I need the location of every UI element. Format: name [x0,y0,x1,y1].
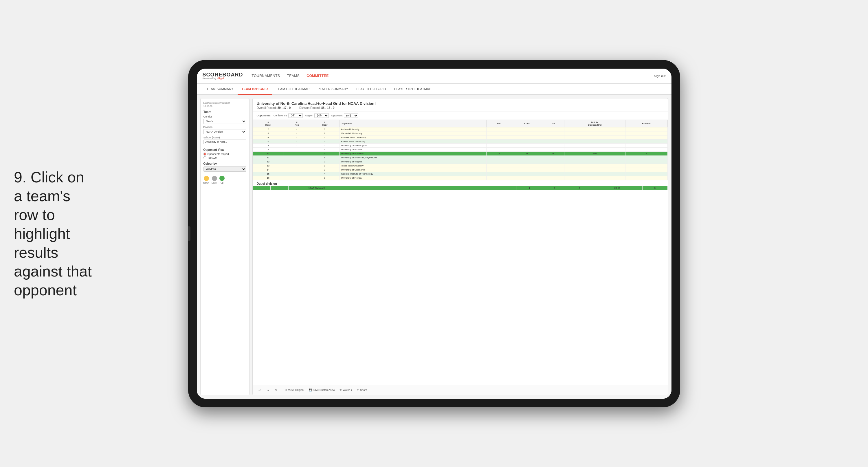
table-row[interactable]: 16-1University of Florida [253,176,668,180]
cell-rounds [625,168,668,172]
view-icon: 👁 [285,388,287,391]
division-select[interactable]: NCAA Division I [204,129,246,134]
cell-rank: 13 [253,164,284,168]
region-select[interactable]: (All) [314,113,329,118]
history-button[interactable]: ⊙ [273,388,279,392]
table-row[interactable]: 3-2Vanderbilt University [253,131,668,135]
tab-player-summary[interactable]: PLAYER SUMMARY [313,84,352,95]
cell-conf: 6 [310,155,340,159]
cell-diff [564,155,625,159]
table-row[interactable]: 4-1Arizona State University [253,135,668,139]
bottom-toolbar: ↩ ↪ ⊙ 👁 View: Original 💾 Save Custom Vie… [253,385,668,395]
table-row[interactable]: 11-5University of Alabama3002.618 [253,151,668,155]
logo-area: SCOREBOARD Powered by clippi [203,72,243,80]
last-updated: Last Updated: 27/03/2024 16:55:38 [204,101,246,108]
cell-reg: - [284,143,310,147]
legend-up: Up [219,176,225,184]
out-div-rounds: 3 [642,186,668,190]
cell-rounds: 8 [625,151,668,155]
col-conf: #Conf [310,120,340,127]
sub-nav: TEAM SUMMARY TEAM H2H GRID TEAM H2H HEAT… [197,84,672,95]
radio-opponents-played[interactable]: Opponents Played [204,153,246,155]
tab-player-h2h-grid[interactable]: PLAYER H2H GRID [352,84,390,95]
radio-top-100[interactable]: Top 100 [204,156,246,159]
share-button[interactable]: ⇪ Share [356,388,368,392]
tab-team-h2h-grid[interactable]: TEAM H2H GRID [238,84,272,95]
table-header-row: #Rank #Reg #Conf Opponent Win Loss Tie D… [253,120,668,127]
cell-win [486,143,512,147]
region-label: Region [305,114,313,117]
cell-opponent: Florida State University [340,139,486,143]
cell-loss [512,127,542,131]
cell-conf: 2 [310,131,340,135]
cell-rank: 15 [253,172,284,176]
colour-by-select[interactable]: Win/loss [204,167,246,172]
cell-reg: - [284,127,310,131]
cell-conf: 1 [310,127,340,131]
cell-diff [564,176,625,180]
cell-rounds [625,172,668,176]
step-number: 9. [14,169,26,185]
cell-win [486,127,512,131]
save-custom-view-button[interactable]: 💾 Save Custom View [308,388,336,392]
cell-loss [512,168,542,172]
conference-select[interactable]: (All) [288,113,303,118]
cell-loss [512,155,542,159]
cell-win: 3 [486,151,512,155]
redo-button[interactable]: ↪ [265,388,271,392]
out-div-diff: 26.00 [592,186,643,190]
view-original-button[interactable]: 👁 View: Original [284,388,305,392]
out-div-reg [271,186,288,190]
tablet-frame: SCOREBOARD Powered by clippi TOURNAMENTS… [188,60,680,407]
table-row[interactable]: 14-2University of Oklahoma [253,168,668,172]
cell-tie [542,172,564,176]
undo-button[interactable]: ↩ [257,388,262,392]
table-row[interactable]: 6-2Florida State University [253,139,668,143]
cell-tie [542,147,564,151]
cell-diff [564,172,625,176]
cell-conf: 1 [310,135,340,139]
table-row[interactable]: 2-1Auburn University [253,127,668,131]
school-rank-input[interactable] [204,140,246,144]
sign-out-link[interactable]: Sign out [649,74,665,78]
grid-records: Overall Record: 89 - 17 - 0 Division Rec… [257,106,664,110]
cell-rank: 8 [253,143,284,147]
opponent-label: Opponent [331,114,343,117]
watch-button[interactable]: 👁 Watch ▾ [338,388,354,392]
legend-circle-down [204,176,209,181]
nav-committee[interactable]: COMMITTEE [307,73,329,79]
tab-team-summary[interactable]: TEAM SUMMARY [203,84,238,95]
division-label: Division [204,126,246,128]
col-opponent: Opponent [340,120,486,127]
cell-reg: - [284,131,310,135]
cell-reg: - [284,135,310,139]
nav-tournaments[interactable]: TOURNAMENTS [252,73,280,79]
legend-circle-up [219,176,225,181]
table-row[interactable]: 11-6University of Arkansas, Fayetteville [253,155,668,159]
table-row[interactable]: 9-3University of Arizona [253,147,668,151]
cell-win [486,176,512,180]
tab-player-h2h-heatmap[interactable]: PLAYER H2H HEATMAP [390,84,435,95]
table-row[interactable]: 8-2University of Washington [253,143,668,147]
table-row[interactable]: 13-1Texas Tech University [253,164,668,168]
nav-teams[interactable]: TEAMS [287,73,300,79]
cell-diff [564,147,625,151]
cell-tie [542,127,564,131]
tab-team-h2h-heatmap[interactable]: TEAM H2H HEATMAP [272,84,313,95]
cell-win [486,164,512,168]
gender-select[interactable]: Men's [204,119,246,124]
table-row[interactable]: 12-3University of Virginia [253,159,668,164]
opponent-select[interactable]: (All) [344,113,358,118]
cell-conf: 1 [310,164,340,168]
conference-label: Conference [274,114,287,117]
cell-reg: - [284,139,310,143]
out-div-conf [288,186,306,190]
out-division-row[interactable]: NCAA Division II 1 0 0 26.00 3 [253,186,668,190]
cell-opponent: Texas Tech University [340,164,486,168]
cell-rounds [625,143,668,147]
cell-loss [512,131,542,135]
cell-diff [564,143,625,147]
cell-opponent: Georgia Institute of Technology [340,172,486,176]
cell-opponent: University of Alabama [340,151,486,155]
table-row[interactable]: 15-4Georgia Institute of Technology [253,172,668,176]
